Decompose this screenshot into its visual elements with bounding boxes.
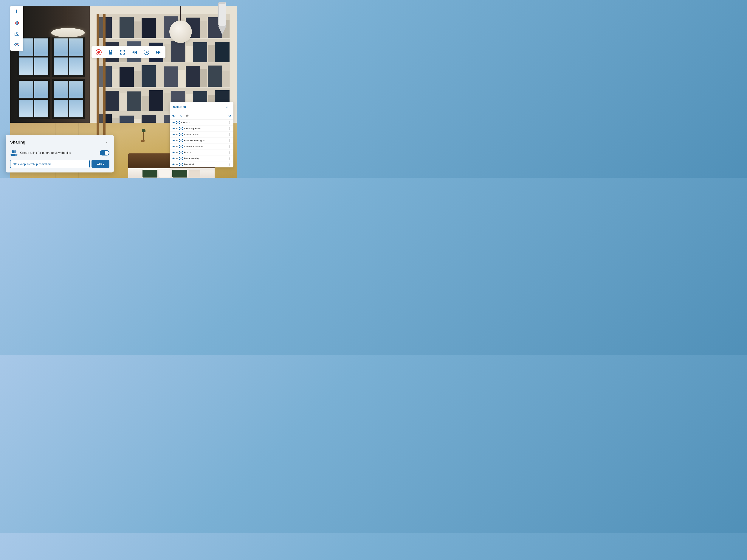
rewind-icon	[131, 49, 137, 55]
url-row: Copy	[10, 160, 109, 168]
dots-menu-lights[interactable]: ⋮	[228, 139, 231, 142]
pendant-lamp-left	[51, 6, 85, 37]
outliner-header: OUTLINER	[170, 102, 233, 112]
camera-tool-button[interactable]	[12, 29, 22, 39]
eye-icon-books: 👁	[172, 151, 175, 154]
close-modal-button[interactable]: ×	[103, 139, 109, 145]
window-3	[17, 79, 50, 119]
users-icon	[10, 149, 18, 157]
dots-menu-bed-wall[interactable]: ⋮	[228, 163, 231, 166]
windows	[17, 36, 85, 119]
dots-menu-books[interactable]: ⋮	[228, 151, 231, 154]
outliner-row-serving-bowl[interactable]: 👁 ▶ □ <Serving Bowl> ⋮	[170, 126, 233, 132]
chevron-cabinet: ▶	[176, 145, 178, 148]
component-icon-lights: □	[179, 139, 183, 142]
outliner-item-name-stove: <Viking Stove>	[184, 133, 200, 136]
play-button[interactable]	[142, 48, 151, 56]
cursor-tool-button[interactable]	[12, 7, 22, 17]
svg-marker-17	[146, 51, 148, 53]
lock-button[interactable]	[106, 48, 115, 56]
component-icon-shelf: □	[176, 121, 180, 124]
dots-menu-stove[interactable]: ⋮	[228, 133, 231, 136]
component-icon-cabinet: □	[179, 145, 183, 148]
svg-marker-15	[134, 51, 137, 54]
svg-point-28	[14, 150, 17, 153]
outliner-item-name-shelf: <Shelf>	[181, 121, 189, 124]
svg-marker-19	[158, 51, 161, 54]
outliner-row-cabinet[interactable]: 👁 ▶ □ Cabinet Assembly ⋮	[170, 143, 233, 150]
outliner-title: OUTLINER	[173, 106, 186, 108]
fastforward-icon	[155, 49, 161, 55]
svg-rect-21	[219, 2, 226, 4]
fullscreen-icon	[120, 49, 126, 55]
dots-menu-bowl[interactable]: ⋮	[228, 127, 231, 130]
outliner-toolbar: 👁 ✳ 🗑 ⚙	[170, 112, 233, 119]
play-icon	[144, 49, 149, 55]
modal-title: Sharing	[10, 140, 25, 145]
view-tool-button[interactable]	[12, 39, 22, 50]
eye-icon-shelf: 👁	[172, 121, 175, 124]
dots-menu-shelf[interactable]: ⋮	[228, 121, 231, 124]
fullscreen-button[interactable]	[119, 48, 127, 56]
svg-point-12	[17, 44, 17, 45]
copy-button[interactable]: Copy	[92, 160, 109, 168]
outliner-row-bed-assembly[interactable]: 👁 ▶ □ Bed Assembly ⋮	[170, 156, 233, 161]
outliner-collapse-button[interactable]: ✳	[179, 114, 182, 118]
outliner-row-shelf[interactable]: 👁 □ <Shelf> ⋮	[170, 119, 233, 126]
eye-icon-bowl: 👁	[172, 127, 175, 130]
outliner-settings-button[interactable]: ⚙	[228, 114, 231, 118]
orbit-tool-button[interactable]	[12, 18, 22, 28]
outliner-item-name-bed-wall: Bed Wall	[184, 163, 194, 166]
svg-point-9	[18, 33, 19, 34]
svg-point-30	[13, 154, 18, 156]
component-icon-books: □	[179, 151, 183, 154]
svg-marker-1	[16, 13, 18, 14]
dots-menu-cabinet[interactable]: ⋮	[228, 145, 231, 148]
lock-icon	[108, 49, 113, 55]
fastforward-button[interactable]	[154, 48, 162, 56]
outliner-row-lights[interactable]: 👁 ▶ □ Back Picture Lights ⋮	[170, 138, 233, 143]
share-label: Create a link for others to view the fil…	[20, 151, 98, 155]
eye-icon-bed-assembly: 👁	[172, 157, 175, 160]
pendant-lamp-right	[170, 6, 192, 43]
rewind-button[interactable]	[130, 48, 138, 56]
component-icon-bed-wall: □	[179, 163, 183, 166]
svg-rect-0	[16, 10, 17, 13]
component-icon-bowl: □	[179, 127, 183, 130]
record-button[interactable]	[95, 48, 103, 56]
sharing-modal: Sharing × Create a link for others to vi…	[6, 135, 114, 172]
plant	[141, 129, 147, 140]
outliner-row-bed-wall[interactable]: 👁 ▶ □ Bed Wall ⋮	[170, 161, 233, 167]
svg-rect-2	[17, 9, 17, 10]
outliner-item-name-cabinet: Cabinet Assembly	[184, 145, 204, 148]
outliner-item-name-books: Books	[184, 151, 191, 154]
chevron-lights: ▶	[176, 139, 178, 141]
outliner-item-name-bed-assembly: Bed Assembly	[184, 157, 200, 160]
window-2	[52, 36, 85, 77]
chevron-books: ▶	[176, 151, 178, 154]
outliner-row-stove[interactable]: 👁 ▶ □ <Viking Stove> ⋮	[170, 132, 233, 138]
svg-rect-25	[226, 107, 228, 107]
outliner-panel: OUTLINER 👁 ✳ 🗑 ⚙ 👁 □ <Shelf> ⋮ 👁 ▶ □ <Se…	[170, 102, 233, 167]
left-toolbar	[10, 6, 23, 51]
svg-marker-14	[132, 51, 134, 54]
modal-header: Sharing ×	[10, 139, 109, 145]
component-icon-stove: □	[179, 133, 183, 136]
window-4	[52, 79, 85, 119]
outliner-item-name-lights: Back Picture Lights	[184, 139, 205, 142]
outliner-row-books[interactable]: 👁 ▶ □ Books ⋮	[170, 150, 233, 156]
eye-icon-stove: 👁	[172, 133, 175, 136]
dots-menu-bed-assembly[interactable]: ⋮	[228, 157, 231, 160]
chevron-stove: ▶	[176, 133, 178, 135]
outliner-delete-button[interactable]: 🗑	[186, 114, 189, 118]
url-input[interactable]	[10, 160, 89, 168]
playback-toolbar	[92, 46, 165, 58]
eye-icon-cabinet: 👁	[172, 145, 175, 148]
svg-point-7	[16, 34, 18, 35]
chevron-bowl: ▶	[176, 128, 178, 130]
svg-point-5	[16, 22, 17, 24]
outliner-options-button[interactable]	[225, 104, 230, 110]
outliner-visibility-toggle[interactable]: 👁	[172, 114, 176, 118]
share-toggle[interactable]	[100, 150, 109, 156]
svg-rect-26	[226, 108, 228, 108]
